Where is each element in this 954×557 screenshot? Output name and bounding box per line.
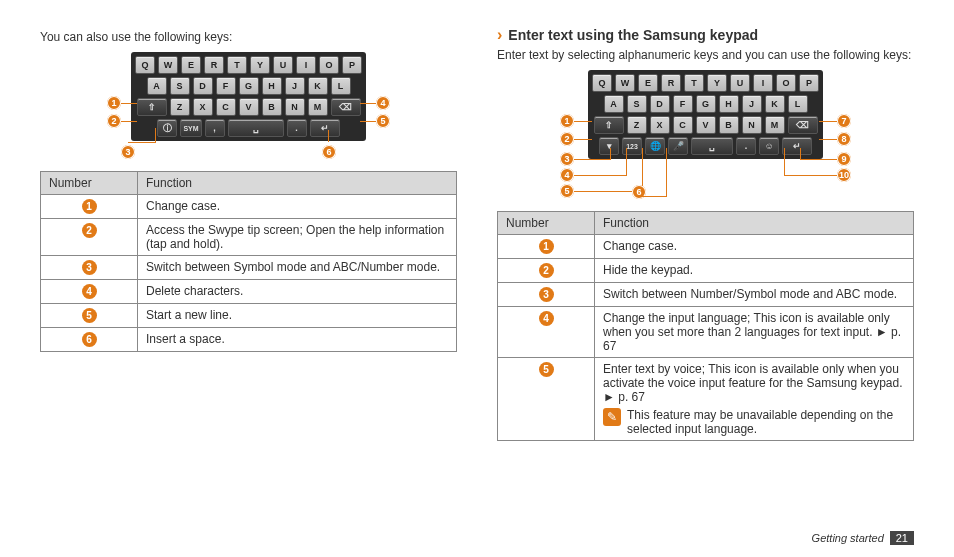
leader-line [155,128,156,142]
key-l: L [331,77,351,95]
callout-4: 4 [560,168,574,182]
row-func: Insert a space. [138,328,457,352]
callout-4: 4 [376,96,390,110]
callout-1: 1 [560,114,574,128]
row-func: Start a new line. [138,304,457,328]
sym-key: SYM [180,119,201,137]
key-v: V [696,116,716,134]
table-row: 5Start a new line. [41,304,457,328]
voice-key: 🎤 [668,137,688,155]
key-f: F [673,95,693,113]
leader-line [328,130,329,142]
key-y: Y [250,56,270,74]
sym-key: 123 [622,137,642,155]
section-heading: › Enter text using the Samsung keypad [497,26,914,44]
key-p: P [342,56,362,74]
period-key: . [287,119,307,137]
table-row: 2Hide the keypad. [498,259,914,283]
leader-line [574,175,626,176]
table-row: 3Switch between Symbol mode and ABC/Numb… [41,256,457,280]
left-intro: You can also use the following keys: [40,30,457,44]
leader-line [574,159,610,160]
key-k: K [308,77,328,95]
key-a: A [604,95,624,113]
key-w: W [158,56,178,74]
right-intro: Enter text by selecting alphanumeric key… [497,48,914,62]
key-g: G [696,95,716,113]
row-num: 1 [539,239,554,254]
row-num: 2 [82,223,97,238]
callout-6: 6 [322,145,336,159]
key-q: Q [592,74,612,92]
row-func: Access the Swype tip screen; Open the he… [138,219,457,256]
enter-key: ↵ [782,137,812,155]
section-title: Enter text using the Samsung keypad [508,27,758,43]
table-row: 2Access the Swype tip screen; Open the h… [41,219,457,256]
key-r: R [204,56,224,74]
key-j: J [742,95,762,113]
leader-line [819,121,837,122]
th-function: Function [138,172,457,195]
row-func: Delete characters. [138,280,457,304]
right-column: › Enter text using the Samsung keypad En… [497,30,914,441]
row-func: Change the input language; This icon is … [595,307,914,358]
key-j: J [285,77,305,95]
key-v: V [239,98,259,116]
key-b: B [719,116,739,134]
th-number: Number [498,212,595,235]
note-text: This feature may be unavailable dependin… [627,408,905,436]
table-row: 4Change the input language; This icon is… [498,307,914,358]
key-m: M [308,98,328,116]
period-key: . [736,137,756,155]
row-func: Switch between Number/Symbol mode and AB… [595,283,914,307]
callout-9: 9 [837,152,851,166]
th-function: Function [595,212,914,235]
spacebar-key: ␣ [691,137,733,155]
lang-key: 🌐 [645,137,665,155]
leader-line [610,148,611,160]
backspace-key: ⌫ [331,98,361,116]
note-row: ✎ This feature may be unavailable depend… [603,408,905,436]
row-func-cell: Enter text by voice; This icon is availa… [595,358,914,441]
callout-10: 10 [837,168,851,182]
row-num: 3 [539,287,554,302]
row-num: 1 [82,199,97,214]
key-c: C [216,98,236,116]
key-i: I [753,74,773,92]
key-q: Q [135,56,155,74]
row-num: 6 [82,332,97,347]
key-e: E [638,74,658,92]
row-func: Enter text by voice; This icon is availa… [603,362,905,404]
key-n: N [742,116,762,134]
key-x: X [193,98,213,116]
table-row: 4Delete characters. [41,280,457,304]
key-z: Z [627,116,647,134]
backspace-key: ⌫ [788,116,818,134]
table-row: 6Insert a space. [41,328,457,352]
leader-line [819,139,837,140]
key-u: U [273,56,293,74]
key-f: F [216,77,236,95]
key-o: O [776,74,796,92]
callout-5: 5 [376,114,390,128]
left-function-table: Number Function 1Change case. 2Access th… [40,171,457,352]
key-x: X [650,116,670,134]
row-func: Change case. [595,235,914,259]
key-d: D [650,95,670,113]
key-g: G [239,77,259,95]
key-m: M [765,116,785,134]
smiley-key: ☺ [759,137,779,155]
leader-line [784,148,785,176]
leader-line [574,121,592,122]
key-s: S [627,95,647,113]
row-num: 4 [539,311,554,326]
key-n: N [285,98,305,116]
callout-8: 8 [837,132,851,146]
left-column: You can also use the following keys: Q W… [40,30,457,441]
table-row: 1Change case. [41,195,457,219]
key-k: K [765,95,785,113]
key-t: T [227,56,247,74]
key-a: A [147,77,167,95]
key-t: T [684,74,704,92]
key-y: Y [707,74,727,92]
